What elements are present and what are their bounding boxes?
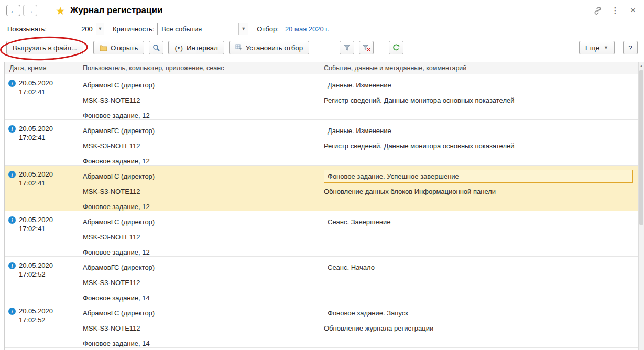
refresh-icon (392, 43, 400, 52)
info-icon: i (8, 80, 16, 87)
more-menu-icon[interactable]: ⋮ (610, 6, 620, 15)
event-time: 17:02:41 (19, 224, 53, 233)
scroll-up-icon[interactable]: ▲ (639, 62, 644, 70)
table-row[interactable]: i 20.05.2020 17:02:41 АбрамовГС (директо… (5, 120, 638, 166)
info-icon: i (8, 125, 16, 133)
cell-datetime[interactable]: i 20.05.2020 17:02:52 (5, 257, 78, 302)
event-detail: Обновление журнала регистрации (324, 321, 633, 336)
cell-user[interactable]: АбрамовГС (директор) MSK-S3-NOTE112 Фоно… (78, 257, 319, 302)
column-header-user[interactable]: Пользователь, компьютер, приложение, сеа… (78, 62, 319, 74)
event-time: 17:02:41 (19, 133, 53, 142)
toolbar: Выгрузить в файл... Открыть (•) Интервал… (0, 37, 644, 59)
info-icon: i (8, 308, 16, 315)
search-button[interactable] (149, 41, 163, 54)
set-filter-button[interactable]: Установить отбор (229, 41, 309, 54)
favorite-star-icon[interactable]: ★ (56, 5, 66, 16)
table-row[interactable]: i 20.05.2020 17:02:52 АбрамовГС (директо… (5, 257, 638, 302)
column-header-event[interactable]: Событие, данные и метаданные, комментари… (319, 62, 638, 74)
interval-button[interactable]: (•) Интервал (168, 41, 224, 54)
info-icon: i (8, 216, 16, 224)
cell-datetime[interactable]: i 20.05.2020 17:02:41 (5, 166, 78, 211)
page-title: Журнал регистрации (70, 5, 163, 16)
cell-event[interactable]: Данные. Изменение Регистр сведений. Данн… (319, 120, 638, 165)
table-row[interactable]: i 20.05.2020 17:02:52 АбрамовГС (директо… (5, 302, 638, 348)
event-date: 20.05.2020 (19, 170, 53, 179)
cell-user[interactable]: АбрамовГС (директор) MSK-S3-NOTE112 Фоно… (78, 211, 319, 256)
info-icon: i (8, 262, 16, 269)
event-name: Фоновое задание. Успешное завершение (328, 172, 459, 180)
criticality-dropdown-icon[interactable]: ▼ (238, 23, 248, 35)
filter-by-value-button[interactable] (340, 41, 354, 54)
forward-button[interactable]: → (23, 5, 37, 16)
cell-datetime[interactable]: i 20.05.2020 17:02:41 (5, 120, 78, 165)
link-icon[interactable] (593, 6, 602, 15)
filter-bar: Показывать: ▼ Критичность: Все события ▼… (0, 21, 644, 37)
session-info: Фоновое задание, 12 (83, 154, 314, 165)
event-date: 20.05.2020 (19, 124, 53, 133)
vertical-scrollbar[interactable]: ▲ (638, 62, 644, 350)
criticality-select[interactable]: Все события ▼ (157, 23, 248, 35)
clear-filter-button[interactable] (359, 41, 374, 54)
event-name: Данные. Изменение (328, 127, 391, 135)
cell-user[interactable]: АбрамовГС (директор) MSK-S3-NOTE112 Фоно… (78, 166, 319, 211)
set-filter-label: Установить отбор (246, 44, 303, 52)
cell-user[interactable]: АбрамовГС (директор) MSK-S3-NOTE112 Фоно… (78, 302, 319, 347)
close-icon[interactable]: × (628, 6, 638, 15)
cell-datetime[interactable]: i 20.05.2020 17:02:52 (5, 302, 78, 347)
export-to-file-button[interactable]: Выгрузить в файл... (6, 41, 83, 54)
set-filter-icon (235, 44, 243, 51)
open-button[interactable]: Открыть (93, 41, 144, 54)
event-name-box: Данные. Изменение (324, 124, 633, 137)
event-time: 17:02:41 (19, 179, 53, 188)
column-header-datetime[interactable]: Дата, время (5, 62, 78, 74)
refresh-button[interactable] (389, 41, 403, 54)
folder-open-icon (100, 45, 107, 51)
event-name-box: Сеанс. Завершение (324, 215, 633, 228)
session-info: Фоновое задание, 12 (83, 108, 314, 119)
session-info: Фоновое задание, 14 (83, 290, 314, 302)
open-label: Открыть (111, 44, 138, 52)
cell-event[interactable]: Сеанс. Начало (319, 257, 638, 302)
show-count-field[interactable]: ▼ (50, 23, 104, 35)
table-row[interactable]: i 20.05.2020 17:02:41 АбрамовГС (директо… (5, 211, 638, 257)
session-info: Фоновое задание, 12 (83, 199, 314, 211)
titlebar-actions: ⋮ × (593, 6, 638, 15)
grid-header: Дата, время Пользователь, компьютер, при… (5, 62, 638, 74)
cell-event[interactable]: Данные. Изменение Регистр сведений. Данн… (319, 74, 638, 119)
help-label: ? (628, 44, 632, 52)
show-label: Показывать: (7, 25, 47, 33)
cell-datetime[interactable]: i 20.05.2020 17:02:41 (5, 74, 78, 119)
cell-event[interactable]: Фоновое задание. Запуск Обновление журна… (319, 302, 638, 347)
event-date: 20.05.2020 (19, 261, 53, 270)
table-row[interactable]: i 20.05.2020 17:02:41 АбрамовГС (директо… (5, 74, 638, 120)
event-detail: Регистр сведений. Данные монитора основн… (324, 93, 633, 108)
computer-name: MSK-S3-NOTE112 (83, 184, 314, 199)
show-count-dropdown-icon[interactable]: ▼ (96, 23, 104, 35)
event-date: 20.05.2020 (19, 215, 53, 224)
user-name: АбрамовГС (директор) (83, 78, 314, 93)
cell-user[interactable]: АбрамовГС (директор) MSK-S3-NOTE112 Фоно… (78, 74, 319, 119)
table-row[interactable]: i 20.05.2020 17:02:41 АбрамовГС (директо… (5, 166, 638, 211)
magnifier-icon (152, 44, 160, 52)
titlebar: ← → ★ Журнал регистрации ⋮ × (0, 0, 644, 21)
event-log-grid: Дата, время Пользователь, компьютер, при… (4, 62, 638, 350)
cell-event[interactable]: Сеанс. Завершение (319, 211, 638, 256)
cell-datetime[interactable]: i 20.05.2020 17:02:41 (5, 211, 78, 256)
selection-label: Отбор: (257, 25, 279, 33)
back-button[interactable]: ← (6, 5, 20, 16)
scrollbar-thumb[interactable] (639, 70, 643, 225)
event-name: Фоновое задание. Запуск (328, 309, 408, 317)
show-count-input[interactable] (50, 23, 96, 35)
cell-user[interactable]: АбрамовГС (директор) MSK-S3-NOTE112 Фоно… (78, 120, 319, 165)
export-to-file-label: Выгрузить в файл... (13, 44, 77, 52)
more-actions-button[interactable]: Еще ▼ (579, 41, 615, 54)
session-info: Фоновое задание, 12 (83, 245, 314, 256)
info-icon: i (8, 171, 16, 178)
selection-date-link[interactable]: 20 мая 2020 г. (285, 25, 329, 33)
cell-event[interactable]: Фоновое задание. Успешное завершение Обн… (319, 166, 638, 211)
user-name: АбрамовГС (директор) (83, 123, 314, 138)
user-name: АбрамовГС (директор) (83, 305, 314, 321)
event-detail (324, 275, 633, 290)
help-button[interactable]: ? (623, 41, 638, 54)
event-date: 20.05.2020 (19, 307, 53, 315)
